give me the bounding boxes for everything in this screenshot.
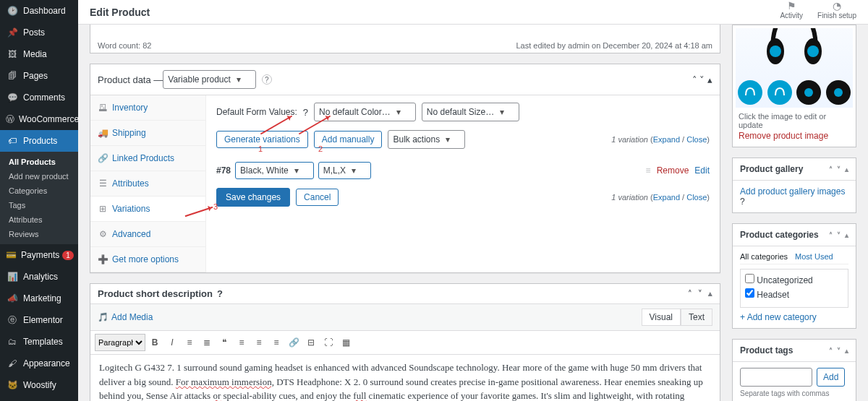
expand-link-bottom[interactable]: Expand (653, 193, 680, 202)
all-categories-tab[interactable]: All categories (740, 252, 788, 261)
analytics-icon: 📊 (6, 270, 19, 283)
cancel-button[interactable]: Cancel (296, 189, 339, 206)
box-toggle-icon[interactable]: ▴ (845, 165, 848, 173)
box-up-icon[interactable]: ˄ (692, 74, 697, 85)
add-tag-button[interactable]: Add (817, 368, 845, 387)
sidebar-item-posts[interactable]: 📌Posts (0, 22, 78, 43)
product-type-select[interactable]: Variable product (163, 70, 256, 89)
bold-button[interactable]: B (147, 335, 163, 350)
sub-all-products[interactable]: All Products (0, 155, 78, 169)
uncategorized-checkbox[interactable] (745, 274, 754, 283)
box-down-icon[interactable]: ˅ (699, 74, 705, 85)
drag-handle-icon[interactable]: ≡ (646, 165, 651, 176)
sub-add-new[interactable]: Add new product (0, 169, 78, 184)
bullet-list-button[interactable]: ≡ (182, 335, 197, 350)
tab-shipping[interactable]: 🚚Shipping (90, 121, 205, 146)
gallery-help-icon[interactable]: ? (740, 197, 745, 207)
editor-content[interactable]: Logitech G G432 7. 1 surround sound gami… (90, 355, 720, 401)
box-up-icon[interactable]: ˄ (829, 231, 833, 239)
activity-link[interactable]: ⚑Activity (780, 0, 803, 20)
product-image[interactable] (736, 28, 853, 108)
edit-variation-link[interactable]: Edit (694, 165, 710, 176)
visual-tab[interactable]: Visual (642, 309, 681, 326)
headset-checkbox[interactable] (745, 288, 754, 298)
tab-get-more[interactable]: ➕Get more options (90, 247, 205, 272)
expand-link[interactable]: Expand (653, 135, 680, 144)
numbered-list-button[interactable]: ≣ (199, 335, 215, 350)
link-button[interactable]: 🔗 (286, 335, 302, 350)
tab-attributes[interactable]: ☰Attributes (90, 171, 205, 197)
sidebar-item-comments[interactable]: 💬Comments (0, 87, 78, 108)
add-category-link[interactable]: + Add new category (740, 312, 817, 322)
sidebar-item-elementor[interactable]: ⓔElementor (0, 309, 78, 331)
sidebar-item-plugins[interactable]: 🔌Plugins (0, 396, 78, 401)
box-up-icon[interactable]: ˄ (829, 165, 833, 173)
sidebar-item-media[interactable]: 🖾Media (0, 43, 78, 65)
product-data-label: Product data — (98, 74, 163, 85)
sidebar-item-templates[interactable]: 🗂Templates (0, 331, 78, 353)
save-changes-button[interactable]: Save changes (216, 188, 290, 207)
sidebar-item-analytics[interactable]: 📊Analytics (0, 266, 78, 288)
blockquote-button[interactable]: ❝ (216, 335, 232, 350)
tab-linked[interactable]: 🔗Linked Products (90, 146, 205, 171)
sidebar-item-woostify[interactable]: 🐱Woostify (0, 374, 78, 396)
remove-image-link[interactable]: Remove product image (736, 131, 853, 144)
variation-color-select[interactable]: Black, White (235, 162, 314, 179)
box-up-icon[interactable]: ˄ (688, 289, 692, 298)
short-desc-help-icon[interactable]: ? (217, 288, 223, 299)
most-used-tab[interactable]: Most Used (795, 252, 833, 261)
readmore-button[interactable]: ⊟ (303, 335, 319, 350)
box-down-icon[interactable]: ˅ (837, 231, 841, 239)
box-down-icon[interactable]: ˅ (837, 165, 841, 173)
tab-advanced[interactable]: ⚙Advanced (90, 222, 205, 247)
sidebar-item-marketing[interactable]: 📣Marketing (0, 288, 78, 309)
box-toggle-icon[interactable]: ▴ (707, 74, 712, 85)
bulk-actions-select[interactable]: Bulk actions (388, 130, 465, 149)
cat-uncategorized[interactable]: Uncategorized (745, 274, 843, 285)
tag-input[interactable] (740, 368, 812, 387)
elementor-icon: ⓔ (6, 314, 19, 327)
product-type-help-icon[interactable]: ? (262, 74, 272, 85)
add-gallery-link[interactable]: Add product gallery images (740, 186, 845, 197)
finish-setup-link[interactable]: ◔Finish setup (817, 0, 856, 20)
cat-headset[interactable]: Headset (745, 288, 843, 300)
variations-icon: ⊞ (98, 204, 108, 214)
sidebar-item-products[interactable]: 🏷Products (0, 130, 78, 152)
align-center-button[interactable]: ≡ (251, 335, 267, 350)
sidebar-item-woocommerce[interactable]: ⓌWooCommerce (0, 108, 78, 130)
tab-inventory[interactable]: 🗳Inventory (90, 95, 205, 121)
attributes-icon: ☰ (98, 178, 108, 189)
remove-variation-link[interactable]: Remove (657, 165, 689, 176)
align-right-button[interactable]: ≡ (268, 335, 284, 350)
sidebar-item-payments[interactable]: 💳Payments1 (0, 244, 78, 266)
sidebar-item-appearance[interactable]: 🖌Appearance (0, 353, 78, 374)
default-help-icon[interactable]: ? (303, 107, 308, 118)
close-link[interactable]: Close (686, 135, 707, 144)
text-tab[interactable]: Text (681, 309, 712, 326)
variation-size-select[interactable]: M,L,X (318, 162, 371, 179)
box-toggle-icon[interactable]: ▴ (845, 347, 848, 355)
toolbar-toggle-button[interactable]: ▦ (338, 335, 354, 350)
align-left-button[interactable]: ≡ (234, 335, 250, 350)
box-toggle-icon[interactable]: ▴ (845, 231, 848, 239)
sub-attributes[interactable]: Attributes (0, 212, 78, 227)
default-size-select[interactable]: No default Size… (422, 103, 519, 121)
box-up-icon[interactable]: ˄ (829, 347, 833, 355)
sub-reviews[interactable]: Reviews (0, 227, 78, 241)
tab-variations[interactable]: ⊞Variations (90, 197, 205, 222)
sidebar-item-pages[interactable]: 🗐Pages (0, 65, 78, 87)
italic-button[interactable]: I (164, 335, 180, 350)
fullscreen-button[interactable]: ⛶ (320, 335, 336, 350)
box-toggle-icon[interactable]: ▴ (708, 289, 712, 298)
box-down-icon[interactable]: ˅ (698, 289, 702, 298)
sub-categories[interactable]: Categories (0, 184, 78, 198)
format-select[interactable]: Paragraph (95, 334, 145, 351)
admin-sidebar: 🕑Dashboard 📌Posts 🖾Media 🗐Pages 💬Comment… (0, 0, 78, 401)
add-media-button[interactable]: 🎵Add Media (98, 312, 153, 322)
box-down-icon[interactable]: ˅ (837, 347, 841, 355)
close-link-bottom[interactable]: Close (686, 193, 707, 202)
sidebar-item-dashboard[interactable]: 🕑Dashboard (0, 0, 78, 22)
sub-tags[interactable]: Tags (0, 198, 78, 212)
finish-icon: ◔ (817, 0, 856, 12)
add-manually-button[interactable]: Add manually (314, 131, 383, 148)
